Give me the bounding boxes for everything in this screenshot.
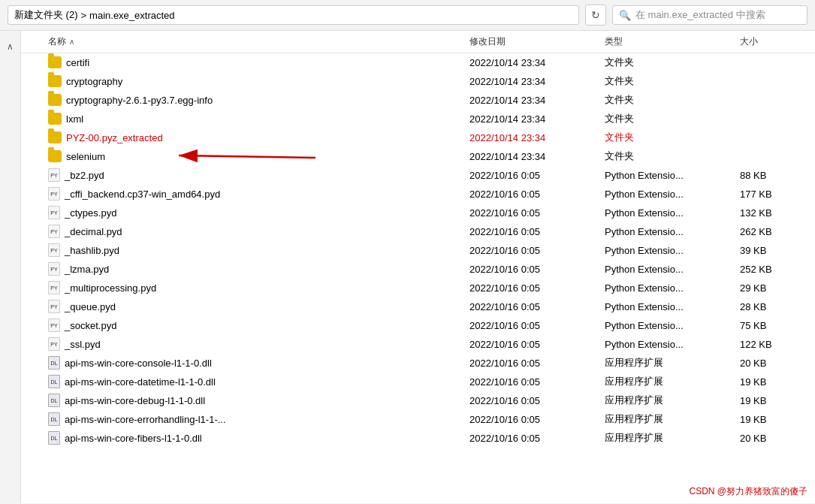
file-modified: 2022/10/16 0:05 [469,264,605,275]
file-type: Python Extensio... [605,226,740,237]
file-name-cell: PYZ-00.pyz_extracted [48,131,469,143]
file-modified: 2022/10/16 0:05 [469,433,605,444]
file-size: 262 KB [740,226,815,237]
file-size: 75 KB [740,320,815,331]
table-row[interactable]: PY _bz2.pyd 2022/10/16 0:05 Python Exten… [21,166,815,185]
file-type: Python Extensio... [605,245,740,256]
pyd-icon: PY [48,318,60,332]
file-size: 39 KB [740,245,815,256]
table-row[interactable]: certifi 2022/10/14 23:34 文件夹 [21,53,815,72]
column-header: 名称 ∧ 修改日期 类型 大小 [21,31,815,53]
file-list: 名称 ∧ 修改日期 类型 大小 certifi 2022/10/14 23:34… [21,31,815,503]
col-type[interactable]: 类型 [605,35,740,48]
file-name: _decimal.pyd [65,226,122,237]
file-size: 177 KB [740,189,815,200]
file-name: api-ms-win-core-debug-l1-1-0.dll [65,395,205,406]
table-row[interactable]: PY _ctypes.pyd 2022/10/16 0:05 Python Ex… [21,204,815,222]
title-bar: 新建文件夹 (2) > main.exe_extracted ↻ 🔍 在 mai… [0,0,815,31]
table-row[interactable]: DL api-ms-win-core-fibers-l1-1-0.dll 202… [21,429,815,448]
file-name-cell: cryptography-2.6.1-py3.7.egg-info [48,94,469,106]
file-type: 文件夹 [605,112,740,125]
breadcrumb[interactable]: 新建文件夹 (2) > main.exe_extracted [8,5,579,25]
file-type: Python Extensio... [605,320,740,331]
file-name-cell: PY _cffi_backend.cp37-win_amd64.pyd [48,187,469,201]
table-row[interactable]: PYZ-00.pyz_extracted 2022/10/14 23:34 文件… [21,128,815,147]
col-size[interactable]: 大小 [740,35,815,48]
file-type: 文件夹 [605,131,740,144]
file-modified: 2022/10/16 0:05 [469,395,605,406]
table-row[interactable]: PY _hashlib.pyd 2022/10/16 0:05 Python E… [21,241,815,260]
nav-arrow-up[interactable]: ∧ [4,38,17,55]
dll-icon: DL [48,375,60,388]
file-name: _hashlib.pyd [65,245,119,256]
file-modified: 2022/10/16 0:05 [469,414,605,425]
file-name: _ssl.pyd [65,339,101,350]
file-name-cell: PY _socket.pyd [48,318,469,332]
file-name: _ctypes.pyd [65,207,116,219]
dll-icon: DL [48,356,60,370]
table-row[interactable]: PY _decimal.pyd 2022/10/16 0:05 Python E… [21,222,815,241]
pyd-icon: PY [48,281,60,294]
dll-icon: DL [48,431,60,445]
table-row[interactable]: PY _cffi_backend.cp37-win_amd64.pyd 2022… [21,185,815,204]
col-modified[interactable]: 修改日期 [469,35,605,48]
file-type: 文件夹 [605,149,740,163]
file-size: 28 KB [740,301,815,312]
table-row[interactable]: DL api-ms-win-core-console-l1-1-0.dll 20… [21,354,815,373]
file-size: 20 KB [740,358,815,369]
search-bar[interactable]: 🔍 在 main.exe_extracted 中搜索 [612,5,807,25]
file-name-cell: lxml [48,113,469,125]
table-row[interactable]: cryptography 2022/10/14 23:34 文件夹 [21,72,815,91]
table-row[interactable]: DL api-ms-win-core-errorhandling-l1-1-..… [21,410,815,429]
table-row[interactable]: lxml 2022/10/14 23:34 文件夹 [21,110,815,128]
file-name-cell: DL api-ms-win-core-debug-l1-1-0.dll [48,394,469,407]
folder-icon [48,56,62,68]
table-row[interactable]: PY _ssl.pyd 2022/10/16 0:05 Python Exten… [21,335,815,354]
file-name-cell: DL api-ms-win-core-console-l1-1-0.dll [48,356,469,370]
table-row[interactable]: DL api-ms-win-core-datetime-l1-1-0.dll 2… [21,373,815,391]
file-name: _cffi_backend.cp37-win_amd64.pyd [65,189,220,200]
file-modified: 2022/10/14 23:34 [469,151,605,162]
folder-icon [48,131,62,143]
file-type: Python Extensio... [605,264,740,275]
table-row[interactable]: DL api-ms-win-core-debug-l1-1-0.dll 2022… [21,391,815,410]
file-name: cryptography-2.6.1-py3.7.egg-info [66,95,213,106]
table-row[interactable]: PY _queue.pyd 2022/10/16 0:05 Python Ext… [21,297,815,316]
file-size: 29 KB [740,282,815,294]
file-name: _lzma.pyd [65,264,109,275]
file-name: api-ms-win-core-errorhandling-l1-1-... [65,414,226,425]
file-name-cell: cryptography [48,75,469,87]
file-modified: 2022/10/16 0:05 [469,170,605,181]
file-type: Python Extensio... [605,170,740,181]
table-row[interactable]: cryptography-2.6.1-py3.7.egg-info 2022/1… [21,91,815,110]
table-row[interactable]: PY _multiprocessing.pyd 2022/10/16 0:05 … [21,279,815,297]
pyd-icon: PY [48,337,60,351]
refresh-button[interactable]: ↻ [585,5,606,26]
table-row[interactable]: PY _lzma.pyd 2022/10/16 0:05 Python Exte… [21,260,815,279]
file-type: 文件夹 [605,93,740,107]
pyd-icon: PY [48,262,60,276]
main-layout: ∧ 名称 ∧ 修改日期 类型 大小 certifi 2022/10/14 23:… [0,31,815,503]
table-row[interactable]: selenium 2022/10/14 23:34 文件夹 [21,147,815,166]
table-row[interactable]: PY _socket.pyd 2022/10/16 0:05 Python Ex… [21,316,815,335]
file-name-cell: DL api-ms-win-core-errorhandling-l1-1-..… [48,412,469,426]
dll-icon: DL [48,412,60,426]
file-name-cell: PY _bz2.pyd [48,168,469,182]
file-modified: 2022/10/16 0:05 [469,245,605,256]
file-modified: 2022/10/14 23:34 [469,132,605,143]
file-modified: 2022/10/16 0:05 [469,301,605,312]
file-modified: 2022/10/14 23:34 [469,76,605,87]
col-name[interactable]: 名称 ∧ [48,35,469,48]
file-name: cryptography [66,76,122,87]
file-modified: 2022/10/16 0:05 [469,207,605,219]
file-type: Python Extensio... [605,301,740,312]
folder-icon [48,150,62,162]
file-type: 应用程序扩展 [605,431,740,445]
file-modified: 2022/10/16 0:05 [469,282,605,294]
pyd-icon: PY [48,225,60,238]
file-size: 252 KB [740,264,815,275]
file-name-cell: PY _ctypes.pyd [48,206,469,219]
file-name: api-ms-win-core-datetime-l1-1-0.dll [65,376,216,388]
file-name: lxml [66,113,83,125]
file-modified: 2022/10/16 0:05 [469,189,605,200]
